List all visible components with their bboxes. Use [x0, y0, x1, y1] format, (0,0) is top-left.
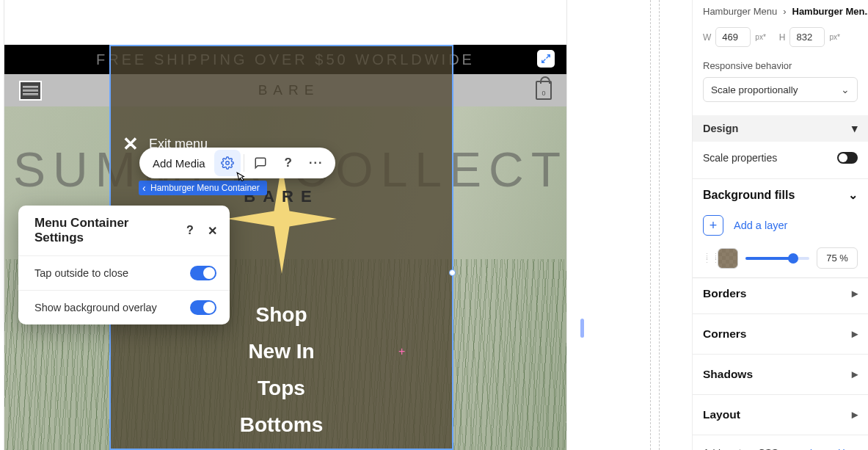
- corners-section[interactable]: Corners▸: [703, 319, 858, 349]
- scale-properties-label: Scale properties: [703, 152, 777, 164]
- resize-handle-right[interactable]: [449, 269, 456, 276]
- menu-item[interactable]: New In: [248, 340, 314, 363]
- chevron-down-icon: ⌄: [841, 84, 850, 95]
- menu-item[interactable]: Shop: [256, 303, 307, 327]
- comment-icon[interactable]: [247, 150, 274, 176]
- add-layer-button[interactable]: + Add a layer: [703, 215, 858, 236]
- background-fills-header[interactable]: Background fills ⌄: [703, 184, 858, 209]
- chevron-right-icon: ▸: [852, 327, 858, 341]
- popover-title: Menu Container Settings: [34, 216, 175, 245]
- chevron-right-icon: ▸: [852, 408, 858, 421]
- custom-css-label: Add custom CSS: [703, 447, 778, 450]
- menu-container-settings-popover: Menu Container Settings ? ✕ Tap outside …: [18, 206, 230, 324]
- bg-overlay-label: Show background overlay: [34, 302, 157, 313]
- drag-handle-icon[interactable]: ⋮⋮⋮⋮: [703, 255, 710, 262]
- close-icon[interactable]: ✕: [123, 133, 139, 156]
- learn-how-link[interactable]: Learn How: [810, 447, 858, 450]
- breadcrumb[interactable]: Hamburger Menu › Hamburger Men...: [703, 6, 858, 17]
- opacity-input[interactable]: 75 %: [817, 247, 858, 269]
- shadows-section[interactable]: Shadows▸: [703, 359, 858, 390]
- design-section-header[interactable]: Design ▾: [693, 115, 868, 142]
- plus-icon: +: [703, 215, 723, 236]
- menu-item[interactable]: Bottoms: [240, 413, 324, 437]
- height-input[interactable]: 832: [789, 27, 825, 47]
- tap-outside-toggle[interactable]: [190, 266, 216, 280]
- tap-outside-label: Tap outside to close: [34, 267, 128, 279]
- chevron-down-icon: ⌄: [848, 188, 858, 202]
- inspector-panel: Hamburger Menu › Hamburger Men... W 469 …: [692, 0, 868, 450]
- width-input[interactable]: 469: [715, 27, 751, 47]
- height-label: H: [779, 32, 786, 43]
- add-media-button[interactable]: Add Media: [153, 157, 213, 170]
- layout-section[interactable]: Layout▸: [703, 399, 858, 430]
- chevron-right-icon: ▸: [852, 368, 858, 381]
- bag-icon[interactable]: 0: [536, 81, 552, 100]
- bg-overlay-toggle[interactable]: [190, 300, 216, 315]
- expand-icon[interactable]: [537, 50, 555, 68]
- svg-point-0: [225, 162, 229, 165]
- help-icon[interactable]: ?: [275, 150, 302, 176]
- chevron-down-icon: ▾: [852, 123, 858, 134]
- fill-color-swatch[interactable]: [718, 248, 738, 269]
- responsive-label: Responsive behavior: [703, 60, 858, 71]
- chevron-right-icon: ▸: [852, 287, 858, 300]
- opacity-slider[interactable]: [745, 257, 809, 260]
- menu-item-list: Shop New In Tops Bottoms Accessories: [111, 303, 452, 450]
- scrollbar-thumb[interactable]: [580, 319, 584, 338]
- plus-marker-icon: +: [398, 345, 405, 358]
- borders-section[interactable]: Borders▸: [703, 278, 858, 309]
- responsive-select[interactable]: Scale proportionally ⌄: [703, 77, 858, 102]
- help-icon[interactable]: ?: [183, 224, 197, 237]
- close-icon[interactable]: ✕: [205, 224, 219, 238]
- scale-properties-toggle[interactable]: [837, 152, 858, 164]
- more-icon[interactable]: ···: [303, 150, 329, 176]
- hamburger-icon[interactable]: [19, 81, 42, 101]
- menu-item[interactable]: Tops: [258, 377, 305, 400]
- width-label: W: [703, 32, 711, 43]
